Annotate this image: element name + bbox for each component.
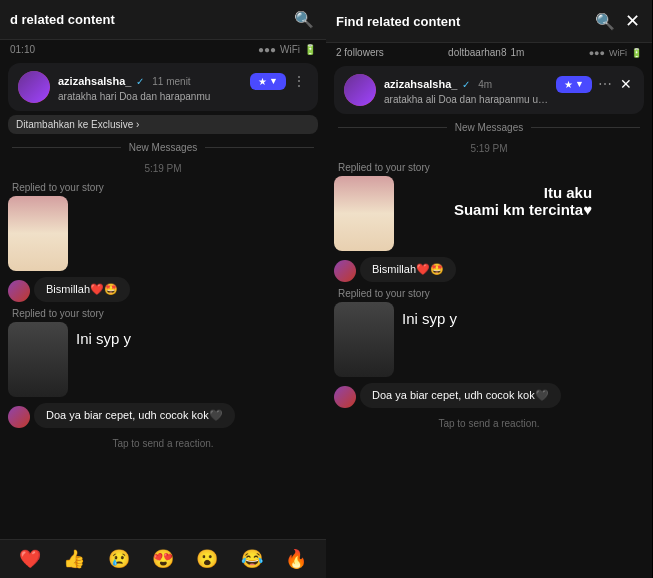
battery-icon: 🔋 bbox=[304, 44, 316, 55]
left-header-title: d related content bbox=[10, 12, 115, 27]
right-reply-label-2: Replied to your story bbox=[334, 288, 644, 299]
right-mini-avatar-1 bbox=[334, 260, 356, 282]
right-search-icon[interactable]: 🔍 bbox=[593, 10, 617, 33]
left-header-left: d related content bbox=[10, 12, 115, 27]
right-star-icon: ★ bbox=[564, 79, 573, 90]
left-message-text-1: Ini syp y bbox=[76, 322, 318, 347]
left-panel: d related content 🔍 01:10 ●●● WiFi 🔋 azi… bbox=[0, 0, 326, 578]
right-followers: 2 followers bbox=[336, 47, 384, 58]
right-new-messages: New Messages bbox=[447, 122, 531, 133]
left-new-messages: New Messages bbox=[121, 142, 205, 153]
right-username: azizahsalsha_ bbox=[384, 78, 457, 90]
right-notif-actions: ★ ▼ ⋯ ✕ bbox=[556, 74, 634, 94]
left-mini-avatar-2 bbox=[8, 406, 30, 428]
right-header: Find related content 🔍 ✕ bbox=[326, 0, 652, 43]
right-close-notif[interactable]: ✕ bbox=[618, 74, 634, 94]
right-header-title: Find related content bbox=[336, 14, 460, 29]
right-mini-avatar-2 bbox=[334, 386, 356, 408]
star-icon: ★ bbox=[258, 76, 267, 87]
left-add-tooltip: Ditambahkan ke Exclusive › bbox=[8, 115, 318, 134]
right-divider-line-l bbox=[338, 127, 447, 128]
left-emoji-fire[interactable]: 🔥 bbox=[283, 546, 309, 572]
right-msg-row-2: Doa ya biar cepet, udh cocok kok🖤 bbox=[334, 383, 644, 408]
left-story-section-2: Replied to your story Ini syp y bbox=[8, 308, 318, 397]
left-verified: ✓ bbox=[136, 76, 144, 87]
left-username: azizahsalsha_ bbox=[58, 75, 131, 87]
left-divider-line-r bbox=[205, 147, 314, 148]
left-time: 01:10 bbox=[10, 44, 35, 55]
right-divider-line-r bbox=[531, 127, 640, 128]
right-notif-banner: azizahsalsha_ ✓ 4m aratakha ali Doa dan … bbox=[334, 66, 644, 114]
right-messages-area: 5:19 PM Replied to your story Itu aku Su… bbox=[326, 137, 652, 578]
left-msg-row-1: Bismillah❤️🤩 bbox=[8, 277, 318, 302]
right-reply-label-1: Replied to your story bbox=[334, 162, 644, 173]
left-status-bar: 01:10 ●●● WiFi 🔋 bbox=[0, 40, 326, 59]
left-reaction-bar: ❤️ 👍 😢 😍 😮 😂 🔥 bbox=[0, 539, 326, 578]
right-story-reply-2: Ini syp y bbox=[334, 302, 644, 377]
right-story-reply-1: Itu aku Suami km tercinta♥ bbox=[334, 176, 644, 251]
right-exclusive-label: ▼ bbox=[575, 79, 584, 89]
right-story-thumb-2 bbox=[334, 302, 394, 377]
right-message-text-1: Itu aku Suami km tercinta♥ bbox=[454, 184, 592, 218]
right-panel: Find related content 🔍 ✕ 2 followers dol… bbox=[326, 0, 652, 578]
left-emoji-wow[interactable]: 😮 bbox=[194, 546, 220, 572]
left-mini-avatar-1 bbox=[8, 280, 30, 302]
left-tooltip-text: Ditambahkan ke Exclusive bbox=[16, 119, 133, 130]
right-close-btn[interactable]: ✕ bbox=[623, 8, 642, 34]
right-time-ago2: 4m bbox=[478, 79, 492, 90]
left-emoji-laugh[interactable]: 😂 bbox=[239, 546, 265, 572]
right-battery: 🔋 bbox=[631, 48, 642, 58]
right-msg-row-1: Bismillah❤️🤩 bbox=[334, 257, 644, 282]
left-emoji-heart[interactable]: ❤️ bbox=[17, 546, 43, 572]
left-story-section-1: Replied to your story bbox=[8, 182, 318, 271]
right-wifi: WiFi bbox=[609, 48, 627, 58]
left-header: d related content 🔍 bbox=[0, 0, 326, 40]
left-divider: New Messages bbox=[0, 138, 326, 157]
right-tap-reaction: Tap to send a reaction. bbox=[334, 414, 644, 433]
left-exclusive-label: ▼ bbox=[269, 76, 278, 86]
left-reaction-2: Doa ya biar cepet, udh cocok kok🖤 bbox=[34, 403, 235, 428]
left-divider-line-l bbox=[12, 147, 121, 148]
right-notif-text: aratakha ali Doa dan harapanmu untuk 202… bbox=[384, 94, 548, 105]
left-msg-row-2: Doa ya biar cepet, udh cocok kok🖤 bbox=[8, 403, 318, 428]
right-more-btn[interactable]: ⋯ bbox=[596, 74, 614, 94]
left-reaction-1: Bismillah❤️🤩 bbox=[34, 277, 130, 302]
left-reply-label-1: Replied to your story bbox=[8, 182, 318, 193]
left-emoji-thumbs[interactable]: 👍 bbox=[61, 546, 87, 572]
left-time-label: 5:19 PM bbox=[8, 161, 318, 176]
left-story-thumb-2 bbox=[8, 322, 68, 397]
left-notif-banner: azizahsalsha_ ✓ 11 menit aratakha hari D… bbox=[8, 63, 318, 111]
left-story-reply-2: Ini syp y bbox=[8, 322, 318, 397]
left-tap-reaction: Tap to send a reaction. bbox=[8, 434, 318, 453]
right-message-overlay: Itu aku Suami km tercinta♥ bbox=[402, 176, 644, 226]
left-emoji-love[interactable]: 😍 bbox=[150, 546, 176, 572]
left-time-ago: 11 menit bbox=[152, 76, 190, 87]
right-header-left: Find related content bbox=[336, 14, 460, 29]
left-emoji-sad[interactable]: 😢 bbox=[106, 546, 132, 572]
left-notif-actions: ★ ▼ ⋮ bbox=[250, 71, 308, 91]
right-story-section-1: Replied to your story Itu aku Suami km t… bbox=[334, 162, 644, 251]
wifi-icon: WiFi bbox=[280, 44, 300, 55]
right-reaction-2: Doa ya biar cepet, udh cocok kok🖤 bbox=[360, 383, 561, 408]
right-message-text-2: Ini syp y bbox=[402, 302, 644, 327]
left-notif-text: aratakha hari Doa dan harapanmu bbox=[58, 91, 242, 102]
right-time-1m: 1m bbox=[510, 47, 524, 58]
right-verified: ✓ bbox=[462, 79, 470, 90]
right-story-section-2: Replied to your story Ini syp y bbox=[334, 288, 644, 377]
right-username2-bar: doltbaarhan8 bbox=[448, 47, 506, 58]
left-story-reply-1 bbox=[8, 196, 318, 271]
left-notif-content: azizahsalsha_ ✓ 11 menit aratakha hari D… bbox=[58, 71, 242, 102]
left-exclusive-btn[interactable]: ★ ▼ bbox=[250, 73, 286, 90]
right-notif-content: azizahsalsha_ ✓ 4m aratakha ali Doa dan … bbox=[384, 74, 548, 105]
right-avatar bbox=[344, 74, 376, 106]
right-reaction-1: Bismillah❤️🤩 bbox=[360, 257, 456, 282]
right-exclusive-btn[interactable]: ★ ▼ bbox=[556, 76, 592, 93]
left-more-btn[interactable]: ⋮ bbox=[290, 71, 308, 91]
left-messages-area: 5:19 PM Replied to your story Bismillah❤… bbox=[0, 157, 326, 539]
signal-icon: ●●● bbox=[258, 44, 276, 55]
left-avatar bbox=[18, 71, 50, 103]
left-story-thumb-1 bbox=[8, 196, 68, 271]
right-story-thumb-1 bbox=[334, 176, 394, 251]
left-search-icon[interactable]: 🔍 bbox=[292, 8, 316, 31]
right-status-bar: 2 followers doltbaarhan8 1m ●●● WiFi 🔋 bbox=[326, 43, 652, 62]
